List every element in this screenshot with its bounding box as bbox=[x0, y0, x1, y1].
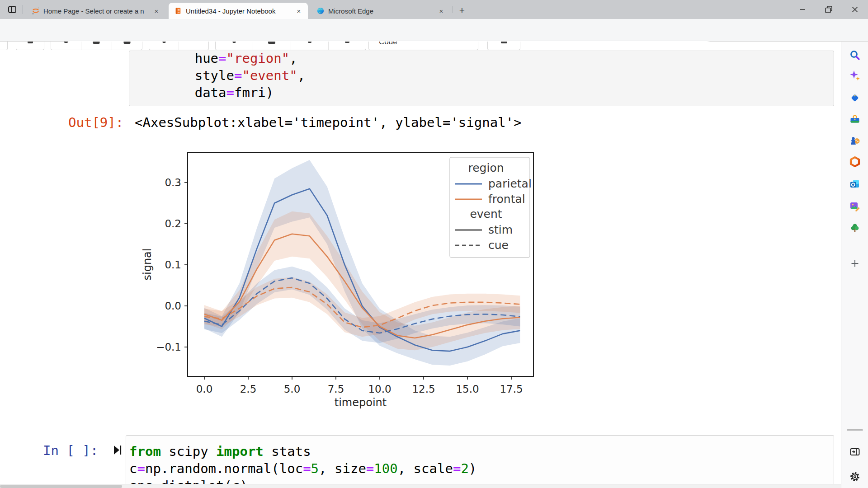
cell-type-dropdown[interactable]: Code bbox=[368, 42, 478, 50]
copilot-icon[interactable] bbox=[849, 70, 861, 81]
toolbox-icon[interactable] bbox=[849, 113, 861, 125]
restart-kernel-button[interactable] bbox=[291, 42, 328, 50]
move-cell-up-button[interactable] bbox=[149, 42, 179, 50]
legend-label: frontal bbox=[488, 192, 525, 206]
run-cell-button[interactable] bbox=[216, 42, 253, 50]
paste-cell-button[interactable] bbox=[112, 42, 142, 50]
minimize-icon bbox=[797, 5, 807, 14]
open-panel-icon[interactable] bbox=[849, 446, 861, 458]
tab-title: Microsoft Edge bbox=[328, 7, 433, 15]
y-tick-label: 0.1 bbox=[165, 259, 181, 271]
arrow-up-icon bbox=[162, 42, 165, 43]
tab-microsoft-edge[interactable]: Microsoft Edge × bbox=[311, 3, 450, 19]
fast-forward-icon bbox=[345, 42, 349, 43]
code-line: c=np.random.normal(loc=5, size=100, scal… bbox=[129, 460, 476, 477]
tab-title: Home Page - Select or create a n bbox=[43, 7, 148, 15]
window-controls bbox=[789, 0, 868, 19]
x-tick-label: 12.5 bbox=[412, 383, 435, 395]
minimize-button[interactable] bbox=[789, 0, 816, 19]
maximize-button[interactable] bbox=[816, 0, 842, 19]
y-axis-label: signal bbox=[141, 249, 154, 281]
settings-gear-icon[interactable] bbox=[849, 471, 861, 483]
tab-close-icon[interactable]: × bbox=[152, 6, 161, 15]
x-tick-label: 2.5 bbox=[240, 383, 257, 395]
run-button-group bbox=[215, 42, 366, 50]
horizontal-scrollbar-thumb[interactable] bbox=[0, 485, 122, 488]
legend-group-title: region bbox=[468, 161, 504, 174]
copy-cell-button[interactable] bbox=[81, 42, 111, 50]
keyboard-icon bbox=[501, 42, 507, 43]
x-tick-label: 10.0 bbox=[368, 383, 391, 395]
tab-jupyter-notebook[interactable]: Untitled34 - Jupyter Notebook × bbox=[169, 3, 308, 19]
tab-home-page[interactable]: Home Page - Select or create a n × bbox=[26, 3, 165, 19]
output-plot: 0.30.20.10.0−0.10.02.55.07.510.012.515.0… bbox=[127, 149, 542, 420]
legend-label: cue bbox=[488, 239, 509, 252]
y-tick-label: 0.2 bbox=[165, 218, 181, 230]
x-tick-label: 17.5 bbox=[500, 383, 523, 395]
jupyter-notebook-icon bbox=[174, 7, 182, 15]
in-prompt: In [ ]: bbox=[43, 443, 98, 458]
tab-actions-button[interactable] bbox=[5, 3, 19, 16]
code-line: data=fmri) bbox=[132, 84, 305, 101]
close-window-button[interactable] bbox=[842, 0, 868, 19]
code-line: style="event", bbox=[132, 67, 305, 84]
code-line: hue="region", bbox=[132, 50, 305, 67]
horizontal-scrollbar[interactable] bbox=[0, 484, 841, 488]
add-icon[interactable] bbox=[849, 258, 861, 269]
games-icon[interactable] bbox=[849, 135, 861, 146]
run-cell-marker-icon[interactable] bbox=[113, 444, 123, 456]
out-repr-text: <AxesSubplot:xlabel='timepoint', ylabel=… bbox=[135, 115, 522, 130]
restart-icon bbox=[308, 42, 311, 43]
edge-sidebar bbox=[841, 42, 868, 488]
outlook-icon[interactable] bbox=[849, 178, 861, 190]
x-tick-label: 7.5 bbox=[328, 383, 344, 395]
y-tick-label: 0.0 bbox=[165, 300, 181, 312]
browser-toolbar: localhost:8888/notebooks/Untitled34.ipyn… bbox=[0, 19, 868, 42]
move-cell-down-button[interactable] bbox=[179, 42, 208, 50]
cut-cell-button[interactable] bbox=[51, 42, 81, 50]
edge-logo-icon bbox=[316, 7, 325, 15]
jupyter-logo-icon bbox=[32, 7, 40, 15]
edit-button-group bbox=[51, 42, 142, 50]
y-tick-label: 0.3 bbox=[165, 177, 181, 188]
legend-label: stim bbox=[488, 223, 513, 236]
x-tick-label: 15.0 bbox=[456, 383, 479, 395]
legend-label: parietal bbox=[488, 177, 532, 190]
tab-close-icon[interactable]: × bbox=[437, 6, 446, 15]
close-window-icon bbox=[850, 5, 860, 14]
cell-type-value: Code bbox=[379, 42, 397, 47]
designer-icon[interactable] bbox=[849, 201, 861, 212]
shopping-icon[interactable] bbox=[849, 92, 861, 103]
stop-icon bbox=[268, 42, 275, 44]
tab-separator bbox=[453, 6, 453, 13]
notebook-page: Code hue="region", style="event", data=f… bbox=[0, 42, 841, 488]
tab-title: Untitled34 - Jupyter Notebook bbox=[186, 7, 291, 15]
copy-icon bbox=[93, 42, 100, 44]
legend-group-title: event bbox=[470, 207, 502, 221]
restore-icon bbox=[824, 5, 834, 14]
fmri-line-chart: 0.30.20.10.0−0.10.02.55.07.510.012.515.0… bbox=[127, 149, 542, 420]
code-top[interactable]: hue="region", style="event", data=fmri) bbox=[132, 50, 305, 101]
browser-tab-strip: Home Page - Select or create a n × Untit… bbox=[0, 0, 868, 19]
new-tab-button[interactable]: + bbox=[456, 5, 468, 16]
search-icon[interactable] bbox=[849, 49, 861, 61]
tab-layout-icon bbox=[7, 4, 18, 15]
y-tick-label: −0.1 bbox=[156, 341, 181, 353]
tab-close-icon[interactable]: × bbox=[294, 6, 303, 15]
sidebar-divider bbox=[847, 429, 863, 431]
x-tick-label: 0.0 bbox=[196, 383, 213, 395]
interrupt-kernel-button[interactable] bbox=[253, 42, 290, 50]
microsoft-365-icon[interactable] bbox=[849, 156, 861, 168]
move-button-group bbox=[149, 42, 209, 50]
x-tick-label: 5.0 bbox=[284, 383, 301, 395]
cut-icon bbox=[64, 42, 68, 43]
tree-icon[interactable] bbox=[849, 222, 861, 234]
save-button[interactable] bbox=[16, 42, 44, 50]
command-palette-button[interactable] bbox=[487, 42, 520, 50]
out-prompt: Out[9]: bbox=[68, 115, 123, 130]
restart-run-all-button[interactable] bbox=[328, 42, 366, 50]
code-bottom[interactable]: from scipy import statsc=np.random.norma… bbox=[129, 443, 476, 488]
toolbar-clipped-button[interactable] bbox=[0, 42, 8, 50]
save-icon bbox=[28, 42, 33, 43]
screen: Home Page - Select or create a n × Untit… bbox=[0, 0, 868, 488]
